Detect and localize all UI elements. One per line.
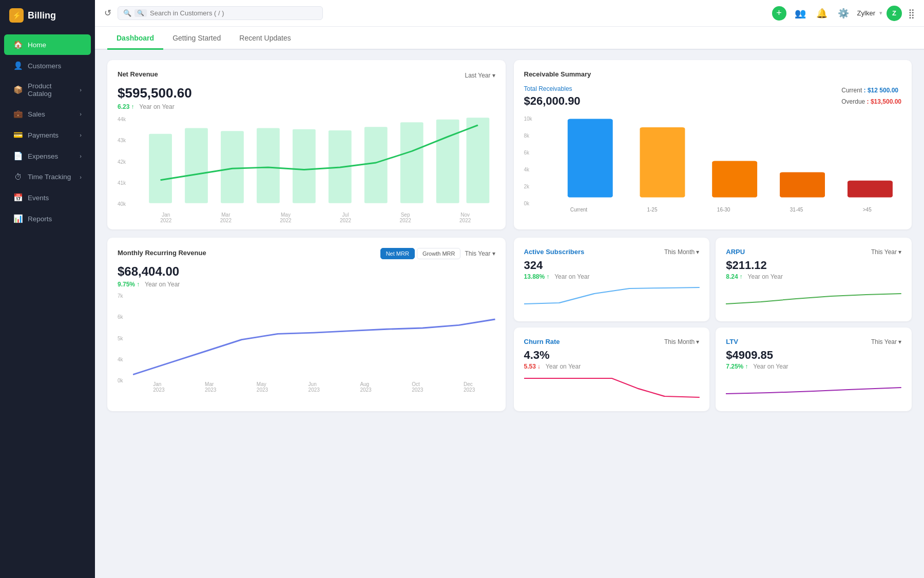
logo-icon: ⚡: [9, 8, 24, 23]
search-scope-badge: 🔍: [134, 9, 147, 17]
active-subscribers-value: 324: [524, 259, 700, 272]
total-receivables-label: Total Receivables: [524, 85, 581, 92]
chevron-down-icon: ▾: [696, 248, 699, 256]
user-menu[interactable]: Zylker ▾ Z: [857, 6, 902, 21]
yoy-badge: 6.23 ↑: [118, 103, 134, 110]
tab-getting-started[interactable]: Getting Started: [163, 27, 230, 50]
sidebar-item-label: Sales: [28, 110, 45, 118]
apps-grid-icon[interactable]: ⣿: [908, 8, 915, 19]
notifications-icon[interactable]: 🔔: [814, 6, 830, 21]
svg-rect-4: [293, 129, 316, 203]
app-logo: ⚡ Billing: [0, 0, 95, 31]
ltv-period[interactable]: This Year ▾: [871, 338, 901, 345]
events-icon: 📅: [13, 193, 23, 202]
arpu-card: ARPU This Year ▾ $211.12 8.24↑ Year on Y…: [716, 238, 912, 321]
y-axis-labels: 44k43k42k41k40k: [118, 117, 136, 207]
ltv-yoy-label: Year on Year: [753, 363, 788, 370]
sidebar-item-expenses[interactable]: 📄 Expenses ›: [4, 146, 91, 166]
sidebar-item-payments[interactable]: 💳 Payments ›: [4, 125, 91, 145]
sidebar-item-customers[interactable]: 👤 Customers: [4, 55, 91, 76]
content-area: Dashboard Getting Started Recent Updates…: [95, 27, 924, 578]
growth-mrr-button[interactable]: Growth MRR: [417, 248, 461, 259]
sidebar-item-label: Expenses: [28, 152, 58, 160]
svg-rect-7: [400, 122, 424, 203]
chevron-down-icon: ▾: [492, 72, 495, 79]
svg-rect-0: [149, 134, 172, 203]
sidebar-nav: 🏠 Home 👤 Customers 📦 Product Catalog › 💼…: [0, 31, 95, 233]
svg-rect-9: [467, 118, 490, 203]
contacts-icon[interactable]: 👥: [793, 6, 808, 21]
time-tracking-icon: ⏱: [13, 172, 23, 181]
search-input[interactable]: [150, 9, 317, 17]
svg-rect-14: [847, 181, 892, 198]
active-subscribers-card: Active Subscribers This Month ▾ 324 13.8…: [514, 238, 710, 321]
svg-rect-1: [185, 128, 208, 203]
chevron-down-icon: ▾: [879, 10, 882, 16]
churn-yoy-label: Year on Year: [546, 363, 581, 370]
chevron-down-icon: ▾: [898, 248, 901, 256]
net-revenue-period[interactable]: Last Year ▾: [465, 72, 495, 79]
reports-icon: 📊: [13, 214, 23, 223]
mrr-yoy-label: Year on Year: [145, 281, 180, 288]
chevron-right-icon: ›: [80, 87, 82, 93]
sidebar-item-label: Time Tracking: [28, 173, 71, 181]
receivable-title: Receivable Summary: [524, 70, 591, 78]
churn-rate-card: Churn Rate This Month ▾ 4.3% 5.53↓ Year …: [514, 327, 710, 411]
arpu-title: ARPU: [726, 248, 745, 256]
receivable-chart: [541, 116, 902, 206]
payments-icon: 💳: [13, 130, 23, 140]
chevron-down-icon: ▾: [492, 250, 495, 257]
main-area: ↺ 🔍 🔍 + 👥 🔔 ⚙️ Zylker ▾ Z ⣿ Dashboard Ge…: [95, 0, 924, 578]
ltv-title: LTV: [726, 338, 738, 345]
sidebar-item-label: Customers: [28, 62, 61, 70]
chevron-right-icon: ›: [80, 132, 82, 138]
chevron-down-icon: ▾: [696, 338, 699, 345]
topbar: ↺ 🔍 🔍 + 👥 🔔 ⚙️ Zylker ▾ Z ⣿: [95, 0, 924, 27]
sidebar-item-events[interactable]: 📅 Events: [4, 187, 91, 208]
churn-rate-title: Churn Rate: [524, 338, 560, 345]
active-subscribers-period[interactable]: This Month ▾: [664, 248, 699, 256]
sidebar-item-label: Product Catalog: [28, 82, 74, 98]
add-button[interactable]: +: [772, 6, 786, 21]
sidebar: ⚡ Billing 🏠 Home 👤 Customers 📦 Product C…: [0, 0, 95, 578]
svg-rect-13: [780, 172, 825, 197]
ltv-value: $4909.85: [726, 349, 901, 362]
mrr-chart: [133, 293, 495, 380]
svg-rect-8: [436, 120, 459, 203]
ltv-yoy-badge: 7.25%↑: [726, 363, 748, 370]
arpu-value: $211.12: [726, 259, 901, 272]
home-icon: 🏠: [13, 40, 23, 49]
sidebar-item-time-tracking[interactable]: ⏱ Time Tracking ›: [4, 167, 91, 187]
mrr-value: $68,404.00: [118, 264, 495, 279]
sidebar-item-home[interactable]: 🏠 Home: [4, 34, 91, 55]
churn-yoy-badge: 5.53↓: [524, 363, 541, 370]
churn-rate-period[interactable]: This Month ▾: [664, 338, 699, 345]
chevron-down-icon: ▾: [898, 338, 901, 345]
expenses-icon: 📄: [13, 151, 23, 161]
avatar: Z: [887, 6, 902, 21]
sidebar-item-reports[interactable]: 📊 Reports: [4, 208, 91, 229]
x-axis-labels: Jan2022 Mar2022 May2022 Jul2022 Sep2022 …: [136, 212, 495, 223]
churn-sparkline: [524, 373, 700, 399]
svg-rect-12: [712, 161, 757, 198]
net-revenue-value: $595,500.60: [118, 85, 495, 101]
net-revenue-card: Net Revenue Last Year ▾ $595,500.60 6.23…: [107, 60, 506, 229]
total-receivables-value: $26,000.90: [524, 94, 581, 108]
mrr-period[interactable]: This Year ▾: [465, 250, 495, 257]
sidebar-item-sales[interactable]: 💼 Sales ›: [4, 104, 91, 124]
net-mrr-button[interactable]: Net MRR: [380, 248, 415, 259]
settings-icon[interactable]: ⚙️: [836, 6, 851, 21]
sales-icon: 💼: [13, 109, 23, 119]
mrr-x-labels: Jan2023Mar2023May2023 Jun2023Aug2023Oct2…: [133, 381, 495, 393]
tab-recent-updates[interactable]: Recent Updates: [230, 27, 300, 50]
sidebar-item-label: Home: [28, 41, 46, 49]
tab-dashboard[interactable]: Dashboard: [107, 27, 163, 50]
svg-rect-11: [640, 127, 685, 198]
sidebar-item-label: Reports: [28, 215, 52, 223]
active-subscribers-title: Active Subscribers: [524, 248, 585, 256]
svg-rect-10: [567, 119, 612, 197]
refresh-button[interactable]: ↺: [104, 8, 111, 18]
churn-rate-value: 4.3%: [524, 349, 700, 362]
sidebar-item-product-catalog[interactable]: 📦 Product Catalog ›: [4, 76, 91, 103]
arpu-period[interactable]: This Year ▾: [871, 248, 901, 256]
